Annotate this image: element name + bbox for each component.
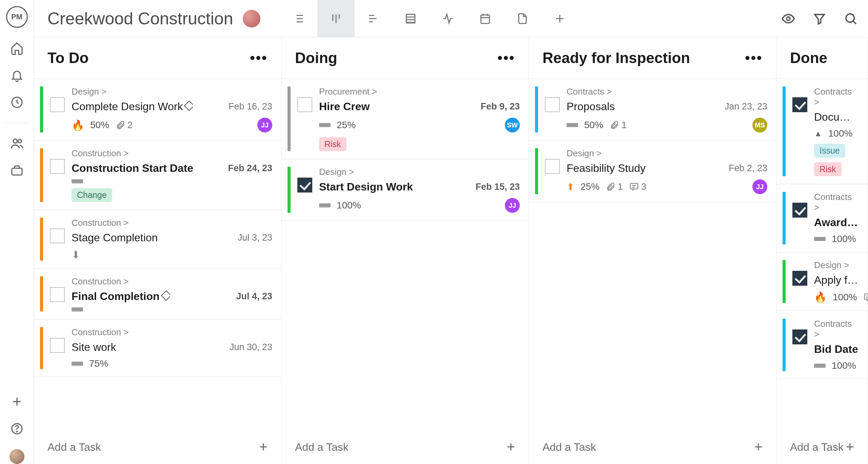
attachment-icon[interactable]: 1 — [609, 120, 627, 130]
task-date: Feb 16, 23 — [229, 101, 272, 112]
task-card[interactable]: Procurement >Hire CrewFeb 9, 2325%SWRisk — [281, 79, 529, 159]
project-owner-avatar[interactable] — [243, 10, 260, 27]
column-menu[interactable]: ••• — [250, 49, 268, 66]
task-breadcrumb[interactable]: Contracts > — [814, 86, 859, 107]
task-checkbox[interactable] — [792, 329, 807, 344]
view-add[interactable] — [541, 0, 578, 37]
task-breadcrumb[interactable]: Contracts > — [567, 86, 767, 97]
task-percent: 100% — [832, 234, 856, 244]
comment-icon[interactable] — [863, 292, 868, 302]
card-color-edge — [535, 86, 538, 133]
task-checkbox[interactable] — [50, 97, 65, 112]
task-checkbox[interactable] — [50, 228, 65, 243]
task-checkbox[interactable] — [50, 338, 65, 353]
add-task-button[interactable]: Add a Task+ — [776, 430, 868, 464]
task-card[interactable]: Contracts >Bid Date100% — [776, 311, 868, 379]
search-icon[interactable] — [844, 12, 858, 26]
task-breadcrumb[interactable]: Design > — [72, 86, 272, 97]
briefcase-icon[interactable] — [10, 164, 24, 177]
task-checkbox[interactable] — [50, 159, 65, 174]
task-checkbox[interactable] — [50, 287, 65, 302]
view-gantt[interactable] — [355, 0, 392, 37]
clock-icon[interactable] — [10, 96, 24, 109]
task-card[interactable]: Construction >Final CompletionJul 4, 23 — [34, 268, 281, 319]
task-breadcrumb[interactable]: Design > — [814, 260, 859, 270]
people-icon[interactable] — [10, 137, 24, 150]
card-body: Contracts >ProposalsJan 23, 2350%1MS — [567, 86, 767, 133]
plus-icon: + — [754, 439, 763, 455]
view-activity[interactable] — [429, 0, 467, 37]
add-task-button[interactable]: Add a Task+ — [529, 430, 776, 464]
task-card[interactable]: Design >Feasibility StudyFeb 2, 23⬆25%13… — [529, 140, 776, 202]
task-breadcrumb[interactable]: Construction > — [72, 327, 272, 338]
view-board[interactable] — [317, 0, 355, 37]
task-breadcrumb[interactable]: Contracts > — [814, 192, 859, 213]
task-card[interactable]: Contracts >Documents▲100%IssueRisk — [776, 79, 868, 184]
task-card[interactable]: Contracts >ProposalsJan 23, 2350%1MS — [529, 79, 776, 140]
card-color-edge — [783, 86, 786, 176]
column-header: Ready for Inspection••• — [529, 37, 776, 79]
tag-issue[interactable]: Issue — [814, 144, 845, 158]
task-card[interactable]: Construction >Construction Start DateFeb… — [34, 140, 281, 210]
assignee-avatar[interactable]: JJ — [752, 179, 767, 194]
view-sheet[interactable] — [392, 0, 429, 37]
tag-change[interactable]: Change — [72, 188, 112, 202]
task-card[interactable]: Construction >Stage CompletionJul 3, 23⬇ — [34, 210, 281, 268]
view-calendar[interactable] — [467, 0, 504, 37]
task-percent: 25% — [337, 120, 356, 130]
assignee-avatar[interactable]: MS — [752, 118, 767, 133]
assignee-avatar[interactable]: SW — [505, 118, 520, 133]
view-files[interactable] — [504, 0, 541, 37]
attachment-icon[interactable]: 2 — [115, 120, 133, 130]
eye-icon[interactable] — [781, 12, 795, 26]
plus-icon[interactable] — [10, 395, 24, 408]
task-checkbox[interactable] — [545, 159, 560, 174]
user-avatar[interactable] — [9, 449, 24, 464]
column-to-do: To Do•••Design >Complete Design WorkFeb … — [34, 37, 281, 464]
task-checkbox[interactable] — [792, 271, 807, 286]
assignee-avatar[interactable]: JJ — [257, 118, 272, 133]
task-date: Feb 9, 23 — [480, 101, 520, 112]
tag-row: Risk — [319, 133, 520, 151]
app-logo[interactable]: PM — [6, 6, 28, 28]
task-checkbox[interactable] — [297, 178, 312, 193]
task-card[interactable]: Design >Apply for Pe🔥100% — [776, 252, 868, 311]
task-card[interactable]: Construction >Site workJun 30, 2375% — [34, 319, 281, 377]
task-checkbox[interactable] — [792, 203, 807, 218]
view-list[interactable] — [280, 0, 317, 37]
task-breadcrumb[interactable]: Construction > — [72, 148, 272, 159]
task-checkbox[interactable] — [297, 97, 312, 112]
task-checkbox[interactable] — [792, 97, 807, 112]
add-task-button[interactable]: Add a Task+ — [34, 430, 281, 464]
filter-icon[interactable] — [812, 12, 827, 26]
add-task-button[interactable]: Add a Task+ — [281, 430, 529, 464]
svg-point-8 — [787, 17, 790, 20]
card-color-edge — [288, 86, 291, 151]
svg-point-9 — [846, 14, 854, 22]
task-title: Final Completion — [72, 290, 170, 303]
task-breadcrumb[interactable]: Design > — [567, 148, 767, 159]
tag-risk[interactable]: Risk — [319, 137, 347, 151]
task-percent: 75% — [89, 358, 108, 369]
task-card[interactable]: Design >Start Design WorkFeb 15, 23100%J… — [281, 159, 529, 221]
column-menu[interactable]: ••• — [745, 49, 763, 66]
attachment-icon[interactable]: 1 — [606, 182, 623, 192]
task-card[interactable]: Contracts >Award Date100% — [776, 184, 868, 252]
comment-icon[interactable]: 3 — [629, 182, 646, 192]
task-date: Jul 3, 23 — [238, 233, 272, 243]
progress-bar — [319, 203, 331, 207]
column-menu[interactable]: ••• — [497, 49, 515, 66]
help-icon[interactable] — [10, 422, 24, 436]
task-breadcrumb[interactable]: Design > — [319, 167, 520, 177]
task-checkbox[interactable] — [545, 97, 560, 112]
priority-up-icon: ⬆ — [567, 181, 574, 193]
assignee-avatar[interactable]: JJ — [505, 198, 520, 213]
task-breadcrumb[interactable]: Construction > — [72, 218, 272, 228]
tag-risk[interactable]: Risk — [814, 162, 842, 176]
home-icon[interactable] — [10, 41, 24, 55]
task-breadcrumb[interactable]: Contracts > — [814, 319, 859, 340]
task-breadcrumb[interactable]: Procurement > — [319, 86, 520, 97]
task-card[interactable]: Design >Complete Design WorkFeb 16, 23🔥5… — [34, 79, 281, 140]
task-breadcrumb[interactable]: Construction > — [72, 276, 272, 287]
bell-icon[interactable] — [10, 68, 24, 82]
